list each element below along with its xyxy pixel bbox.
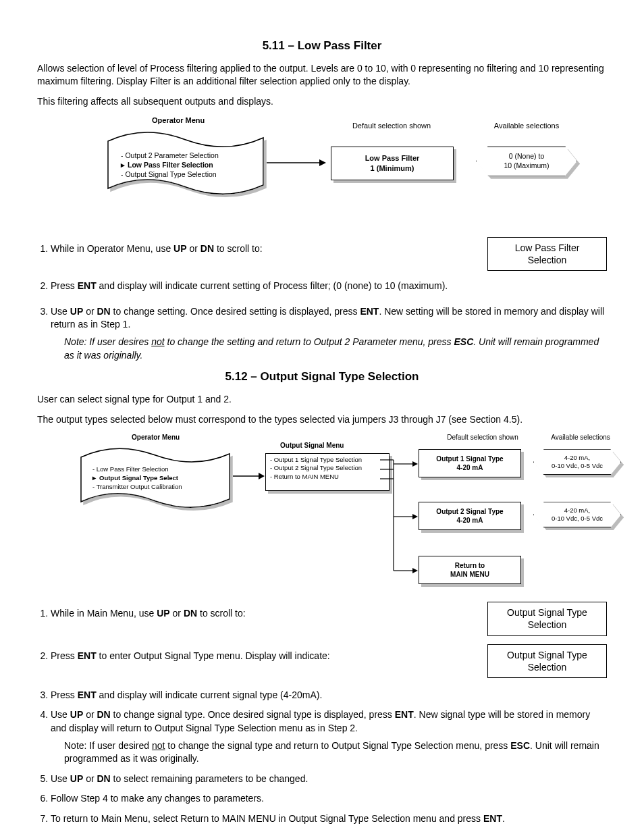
svg-marker-13: [412, 568, 418, 573]
arrow-1: [267, 156, 327, 170]
out1-box: Output 1 Signal Type4-20 mA: [419, 449, 521, 477]
callout-511-1: Low Pass FilterSelection: [487, 237, 607, 271]
avail-label-512: Available selections: [540, 433, 621, 442]
s511-step2: Press ENT and display will indicate curr…: [51, 280, 607, 293]
operator-menu-box-512: - Low Pass Filter Selection ▸Output Sign…: [78, 444, 233, 515]
menu-item-0: - Output 2 Parameter Selection: [121, 151, 219, 160]
default-box-511: Low Pass Filter 1 (Minimum): [331, 147, 454, 180]
diagram-511: Operator Menu - Output 2 Parameter Selec…: [71, 115, 597, 224]
diagram-512: Operator Menu - Low Pass Filter Selectio…: [57, 433, 618, 588]
section-512-title: 5.12 – Output Signal Type Selection: [37, 369, 607, 385]
svg-marker-9: [412, 461, 418, 467]
callout-512-2: Output Signal TypeSelection: [487, 644, 607, 678]
avail-hex-511: 0 (None) to 10 (Maximum): [476, 147, 577, 176]
return-box: Return toMAIN MENU: [419, 556, 521, 584]
operator-menu-box: - Output 2 Parameter Selection ▸Low Pass…: [105, 128, 267, 202]
s512-note: Note: If user desired not to change the …: [64, 739, 607, 766]
opmenu-label-512: Operator Menu: [132, 433, 180, 442]
s512-step4: Use UP or DN to change signal type. Once…: [51, 708, 607, 765]
m512-item-0: - Low Pass Filter Selection: [92, 465, 182, 474]
connector-tree: [380, 456, 421, 584]
s511-step3: Use UP or DN to change setting. Once des…: [51, 305, 607, 362]
m512-item-2: - Transmitter Output Calibration: [92, 483, 182, 492]
section-511-intro1: Allows selection of level of Process fil…: [37, 62, 607, 88]
arrow-512-1: [233, 470, 265, 482]
avail-hex-512a: 4-20 mA,0-10 Vdc, 0-5 Vdc: [533, 449, 621, 475]
s512-step5: Use UP or DN to select remaining paramet…: [51, 773, 607, 786]
out2-box: Output 2 Signal Type4-20 mA: [419, 502, 521, 530]
sigmenu-label: Output Signal Menu: [280, 441, 344, 450]
sigmenu-box: - Output 1 Signal Type Selection - Outpu…: [265, 453, 390, 491]
s512-step7: To return to Main Menu, select Return to…: [51, 812, 607, 826]
avail-hex-512b: 4-20 mA,0-10 Vdc, 0-5 Vdc: [533, 502, 621, 527]
m512-item-1: ▸Output Signal Type Select: [92, 474, 182, 483]
s511-note: Note: If user desires not to change the …: [64, 336, 607, 362]
callout-512-1: Output Signal TypeSelection: [487, 602, 607, 635]
default-label-511: Default selection shown: [338, 121, 446, 131]
section-511-title: 5.11 – Low Pass Filter: [37, 38, 607, 54]
section-512-intro2: The output types selected below must cor…: [37, 413, 607, 427]
s512-step6: Follow Step 4 to make any changes to par…: [51, 792, 607, 806]
svg-marker-1: [319, 159, 326, 166]
opmenu-label: Operator Menu: [152, 115, 205, 126]
menu-item-2: - Output Signal Type Selection: [121, 170, 219, 179]
default-label-512: Default selection shown: [432, 433, 533, 442]
section-511-intro2: This filtering affects all subsequent ou…: [37, 95, 607, 109]
avail-label-511: Available selections: [479, 121, 574, 131]
section-512-intro1: User can select signal type for Output 1…: [37, 393, 607, 407]
svg-marker-11: [412, 514, 418, 519]
s512-step3: Press ENT and display will indicate curr…: [51, 689, 607, 702]
menu-item-1: ▸Low Pass Filter Selection: [121, 160, 219, 170]
svg-marker-3: [259, 473, 265, 479]
